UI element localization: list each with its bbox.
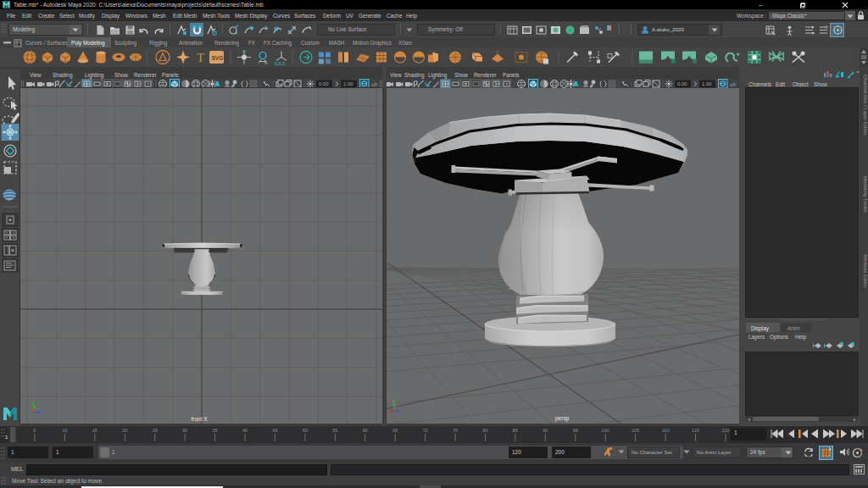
svg-text:sR: sR — [371, 81, 378, 86]
svg-text:0.00: 0.00 — [319, 81, 329, 86]
svg-text:105: 105 — [632, 428, 639, 433]
svg-text:15: 15 — [92, 428, 97, 433]
svg-text:x: x — [387, 411, 389, 416]
svg-text:front X: front X — [192, 416, 209, 422]
svg-text:persp: persp — [555, 415, 570, 422]
svg-text:1.00: 1.00 — [702, 81, 712, 86]
svg-text:40: 40 — [242, 428, 248, 433]
svg-text:35: 35 — [213, 428, 218, 433]
svg-text:100: 100 — [602, 428, 609, 433]
svg-text:10: 10 — [62, 428, 67, 433]
svg-text:25: 25 — [153, 428, 158, 433]
svg-text:120: 120 — [721, 428, 729, 433]
svg-text:x: x — [264, 60, 267, 65]
svg-text:80: 80 — [482, 428, 487, 433]
svg-text:85: 85 — [513, 428, 518, 433]
svg-text:5: 5 — [33, 428, 36, 433]
svg-text:0.00: 0.00 — [677, 81, 687, 86]
svg-text:55: 55 — [332, 428, 337, 433]
svg-text:50: 50 — [303, 428, 308, 433]
svg-text:60: 60 — [363, 428, 368, 433]
svg-text:90: 90 — [542, 428, 548, 433]
svg-text:70: 70 — [423, 428, 428, 433]
svg-text:75: 75 — [453, 428, 458, 433]
svg-text:T: T — [197, 51, 204, 64]
svg-text:110: 110 — [662, 428, 670, 433]
svg-text:0,0,0: 0,0,0 — [275, 61, 285, 66]
svg-text:sR: sR — [730, 81, 737, 86]
svg-text:z: z — [400, 411, 403, 416]
svg-text:30: 30 — [182, 428, 187, 433]
svg-text:#: # — [235, 30, 238, 36]
svg-text:SVG: SVG — [212, 55, 224, 61]
svg-text:20: 20 — [122, 428, 127, 433]
svg-text:95: 95 — [573, 428, 578, 433]
svg-text:45: 45 — [272, 428, 277, 433]
svg-text:115: 115 — [692, 428, 699, 433]
svg-text:1.00: 1.00 — [343, 81, 353, 86]
svg-text:65: 65 — [392, 428, 398, 433]
svg-text:z: z — [42, 407, 45, 413]
